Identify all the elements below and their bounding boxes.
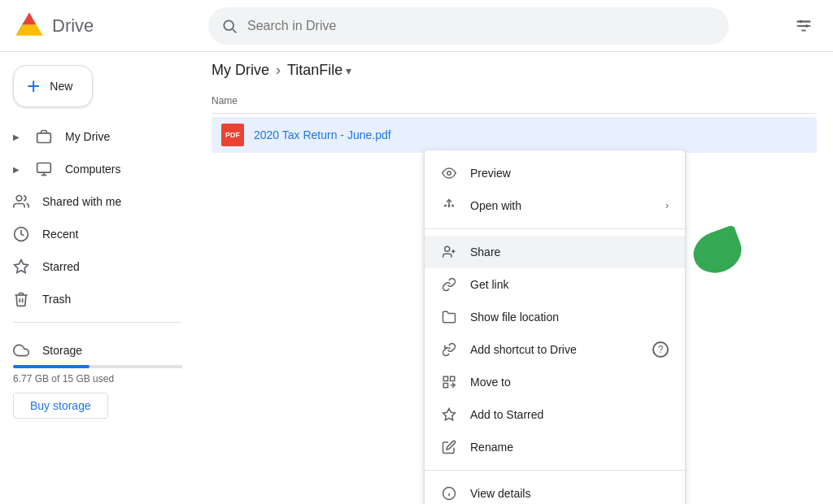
- svg-rect-29: [451, 376, 455, 380]
- expand-arrow-icon: ▶: [13, 133, 20, 141]
- sidebar-label-recent: Recent: [42, 228, 78, 241]
- svg-marker-1: [23, 12, 37, 24]
- svg-point-5: [224, 20, 233, 30]
- storage-label: Storage: [13, 342, 182, 358]
- column-name: Name: [212, 95, 238, 106]
- expand-arrow-computers-icon: ▶: [13, 165, 20, 174]
- menu-item-open-with[interactable]: Open with ›: [425, 189, 685, 222]
- svg-marker-20: [15, 260, 28, 273]
- menu-label-share: Share: [470, 245, 669, 259]
- menu-divider-1: [425, 228, 685, 229]
- info-icon: [441, 485, 457, 502]
- menu-item-show-location[interactable]: Show file location: [425, 301, 685, 333]
- sidebar: + New ▶ My Drive ▶ Computers Shared with…: [0, 52, 195, 504]
- context-menu: Preview Open with › Share: [425, 150, 685, 504]
- search-bar[interactable]: [208, 7, 729, 45]
- main-content: My Drive › TitanFile ▾ Name PDF 2020 Tax…: [195, 52, 833, 504]
- search-icon: [221, 18, 238, 34]
- sidebar-item-shared-with-me[interactable]: Shared with me: [0, 185, 182, 218]
- menu-item-add-shortcut[interactable]: Add shortcut to Drive ?: [425, 333, 685, 366]
- sidebar-label-computers: Computers: [65, 163, 120, 176]
- menu-label-get-link: Get link: [470, 278, 669, 291]
- storage-section: Storage 6.77 GB of 15 GB used Buy storag…: [0, 329, 195, 425]
- filter-icon[interactable]: [787, 10, 820, 42]
- svg-rect-30: [443, 384, 447, 388]
- svg-rect-28: [443, 376, 447, 380]
- eye-icon: [441, 165, 457, 181]
- storage-bar-bg: [13, 365, 182, 368]
- help-badge-icon: ?: [652, 341, 669, 358]
- svg-line-6: [233, 28, 237, 33]
- menu-label-show-location: Show file location: [470, 311, 669, 324]
- header-right: [787, 10, 820, 42]
- sidebar-label-shared: Shared with me: [42, 195, 121, 208]
- svg-point-18: [16, 196, 22, 202]
- menu-divider-2: [425, 470, 685, 471]
- svg-point-11: [800, 20, 803, 23]
- storage-bar-fill: [13, 365, 89, 368]
- svg-point-25: [445, 246, 450, 251]
- breadcrumb: My Drive › TitanFile ▾: [195, 52, 833, 89]
- svg-rect-14: [37, 133, 51, 143]
- sidebar-label-trash: Trash: [42, 293, 71, 306]
- logo-text: Drive: [52, 15, 94, 37]
- menu-label-open-with: Open with: [470, 199, 652, 212]
- search-input[interactable]: [247, 19, 716, 33]
- menu-item-view-details[interactable]: View details: [425, 477, 685, 504]
- my-drive-icon: [36, 128, 52, 145]
- star-outline-icon: [441, 406, 457, 423]
- link-icon: [441, 276, 457, 293]
- menu-item-rename[interactable]: Rename: [425, 431, 685, 463]
- svg-rect-15: [37, 163, 51, 173]
- starred-icon: [13, 259, 29, 275]
- trash-icon: [13, 291, 29, 307]
- menu-label-move-to: Move to: [470, 376, 669, 389]
- drive-logo-icon: [13, 10, 46, 42]
- logo-area: Drive: [13, 10, 208, 42]
- shared-icon: [13, 193, 29, 210]
- person-add-icon: [441, 244, 457, 260]
- menu-item-move-to[interactable]: Move to: [425, 366, 685, 398]
- svg-point-23: [445, 205, 447, 206]
- header: Drive: [0, 0, 833, 52]
- new-button[interactable]: + New: [13, 65, 93, 107]
- sidebar-item-trash[interactable]: Trash: [0, 283, 182, 315]
- svg-point-13: [805, 24, 809, 28]
- sidebar-item-computers[interactable]: ▶ Computers: [0, 153, 182, 185]
- sidebar-item-recent[interactable]: Recent: [0, 218, 182, 250]
- menu-label-view-details: View details: [470, 487, 669, 500]
- file-list-header: Name: [212, 89, 817, 114]
- pdf-icon: PDF: [221, 124, 244, 146]
- new-plus-icon: +: [27, 75, 40, 98]
- menu-item-preview[interactable]: Preview: [425, 157, 685, 189]
- move-icon: [441, 374, 457, 390]
- table-row[interactable]: PDF 2020 Tax Return - June.pdf: [212, 117, 817, 153]
- menu-label-add-shortcut: Add shortcut to Drive: [470, 343, 639, 356]
- folder-outline-icon: [441, 309, 457, 325]
- menu-item-share[interactable]: Share: [425, 236, 685, 268]
- cloud-icon: [13, 342, 29, 358]
- menu-label-preview: Preview: [470, 167, 669, 180]
- menu-item-get-link[interactable]: Get link: [425, 268, 685, 301]
- breadcrumb-root[interactable]: My Drive: [212, 62, 269, 79]
- submenu-arrow-icon: ›: [665, 200, 669, 211]
- svg-point-24: [452, 205, 454, 206]
- sidebar-divider: [13, 322, 182, 323]
- sidebar-item-starred[interactable]: Starred: [0, 250, 182, 283]
- menu-label-add-starred: Add to Starred: [470, 408, 669, 421]
- breadcrumb-current[interactable]: TitanFile ▾: [287, 62, 351, 79]
- sidebar-label-my-drive: My Drive: [65, 130, 110, 143]
- storage-used-text: 6.77 GB of 15 GB used: [13, 373, 182, 385]
- sidebar-label-starred: Starred: [42, 260, 80, 273]
- open-with-icon: [441, 198, 457, 214]
- svg-point-21: [447, 172, 451, 176]
- new-button-label: New: [50, 80, 72, 93]
- menu-item-add-starred[interactable]: Add to Starred: [425, 398, 685, 431]
- pencil-icon: [441, 439, 457, 455]
- svg-marker-3: [15, 24, 42, 35]
- svg-marker-31: [443, 409, 456, 420]
- breadcrumb-dropdown-icon: ▾: [346, 64, 351, 77]
- sidebar-item-my-drive[interactable]: ▶ My Drive: [0, 120, 182, 153]
- buy-storage-button[interactable]: Buy storage: [13, 393, 108, 419]
- layout: + New ▶ My Drive ▶ Computers Shared with…: [0, 52, 833, 504]
